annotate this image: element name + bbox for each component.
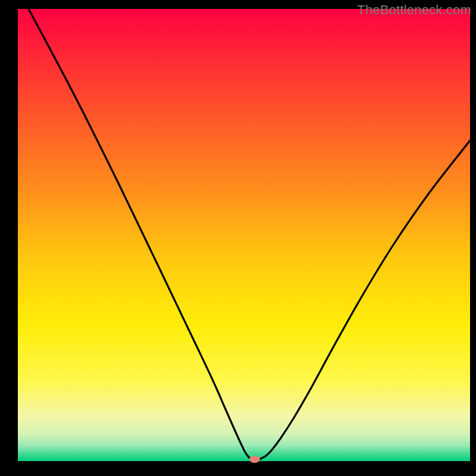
attribution-label: TheBottleneck.com	[357, 2, 471, 18]
optimal-point-marker	[249, 456, 260, 463]
chart-svg	[0, 0, 476, 476]
plot-area	[18, 9, 470, 461]
bottleneck-chart: TheBottleneck.com	[0, 0, 476, 476]
